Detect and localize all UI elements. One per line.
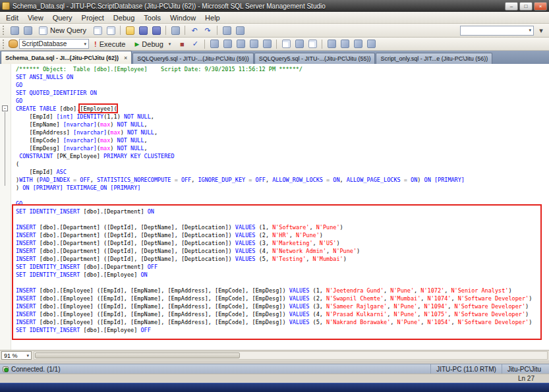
code-line: [EmpId] ASC xyxy=(16,168,532,176)
available-databases-icon xyxy=(9,40,18,48)
standard-toolbar: New Query ↶↷ ▾ ▾ xyxy=(0,24,549,38)
print-icon[interactable] xyxy=(169,25,181,36)
tab-label: Script_only.sql - JIT...e (Jitu-PC\Jitu … xyxy=(380,55,488,62)
fold-region-line xyxy=(5,112,5,186)
document-tab[interactable]: Schema_Data.sql - JI...(Jitu-PC\Jitu (62… xyxy=(1,51,132,64)
code-line: GO xyxy=(16,81,532,89)
menu-bar: EditViewQueryProjectDebugToolsWindowHelp xyxy=(0,12,549,24)
toolbar-grip[interactable] xyxy=(3,40,5,49)
code-line: [EmpAddress] [nvarchar](max) NOT NULL, xyxy=(16,128,532,136)
cancel-query-icon[interactable]: ■ xyxy=(176,38,188,49)
toolbar-separator xyxy=(217,26,217,35)
combo-dropdown-icon: ▾ xyxy=(84,42,86,47)
available-databases-combo[interactable]: ScriptDatabase ▾ xyxy=(19,39,89,49)
tab-close-icon[interactable]: × xyxy=(124,55,127,61)
code-line: )WITH (PAD_INDEX = OFF, STATISTICS_NOREC… xyxy=(16,176,532,184)
main-status-bar: Ln 27 xyxy=(0,374,549,383)
tab-label: SQLQuery5.sql - JITU-...(Jitu-PC\Jitu (5… xyxy=(259,55,371,62)
menu-item-window[interactable]: Window xyxy=(165,13,200,23)
execute-icon: ! xyxy=(94,40,97,48)
zoom-value: 91 % xyxy=(4,352,18,359)
tab-label: Schema_Data.sql - JI...(Jitu-PC\Jitu (62… xyxy=(5,55,119,61)
toolbar-separator xyxy=(322,40,322,49)
close-button[interactable]: × xyxy=(534,2,547,11)
toolbar-separator xyxy=(276,40,277,49)
query-options-icon[interactable] xyxy=(221,38,233,49)
intellisense-enabled-icon[interactable] xyxy=(235,38,246,49)
results-to-file-icon[interactable] xyxy=(306,38,318,49)
redo-icon[interactable]: ↷ xyxy=(202,25,214,36)
tab-label: SQLQuery6.sql - JITU-...(Jitu-PC\Jitu (5… xyxy=(137,55,249,62)
maximize-button[interactable]: □ xyxy=(519,2,533,11)
decrease-indent-icon[interactable] xyxy=(352,38,364,49)
minimize-button[interactable]: – xyxy=(505,2,518,11)
connection-status-text: Connected. (1/1) xyxy=(11,366,61,373)
include-actual-plan-icon[interactable] xyxy=(248,38,260,49)
open-project-icon[interactable] xyxy=(22,25,34,36)
collapse-region-toggle[interactable]: - xyxy=(2,105,8,111)
new-query-label: New Query xyxy=(50,26,86,34)
debug-button[interactable]: ▶ Debug ▾ xyxy=(130,40,175,49)
analysis-services-query-icon[interactable] xyxy=(105,25,117,36)
scrollbar-thumb[interactable] xyxy=(35,352,240,358)
results-to-grid-icon[interactable] xyxy=(293,38,305,49)
menu-item-debug[interactable]: Debug xyxy=(109,13,139,23)
menu-item-tools[interactable]: Tools xyxy=(139,13,165,23)
server-name-panel: JITU-PC (11.0 RTM) xyxy=(430,364,502,374)
toolbar-separator xyxy=(204,40,205,49)
execute-button[interactable]: ! Execute xyxy=(90,40,129,49)
code-editor[interactable]: - /****** Object: Table [dbo].[Employee]… xyxy=(0,64,549,350)
database-engine-query-icon[interactable] xyxy=(92,25,103,36)
code-line: [EmpDesg] [nvarchar](max) NOT NULL, xyxy=(16,144,532,152)
toolbar-separator xyxy=(120,26,121,35)
debug-dropdown-icon: ▾ xyxy=(169,42,171,47)
parse-query-icon[interactable]: ✓ xyxy=(189,38,201,49)
include-client-statistics-icon[interactable] xyxy=(261,38,273,49)
query-status-bar: Connected. (1/1) JITU-PC (11.0 RTM) Jitu… xyxy=(0,364,549,374)
code-line: SET ANSI_NULLS ON xyxy=(16,73,532,81)
connection-status-icon xyxy=(3,366,9,372)
title-bar: Schema_Data.sql - JITU-PC.ScriptDatabase… xyxy=(0,0,549,12)
activity-monitor-icon[interactable] xyxy=(221,25,233,36)
menu-item-edit[interactable]: Edit xyxy=(1,13,23,23)
uncomment-selection-icon[interactable] xyxy=(339,38,351,49)
toolbar-options-icon[interactable]: ▾ xyxy=(535,25,547,36)
save-all-icon[interactable] xyxy=(150,25,162,36)
menu-item-query[interactable]: Query xyxy=(48,13,77,23)
document-tab[interactable]: SQLQuery5.sql - JITU-...(Jitu-PC\Jitu (5… xyxy=(254,53,376,64)
code-line: ) ON [PRIMARY] TEXTIMAGE_ON [PRIMARY] xyxy=(16,184,532,192)
increase-indent-icon[interactable] xyxy=(365,38,377,49)
undo-icon[interactable]: ↶ xyxy=(188,25,200,36)
windows-taskbar[interactable] xyxy=(0,383,549,392)
zoom-control[interactable]: 91 % ▾ xyxy=(1,351,32,360)
registered-servers-icon[interactable] xyxy=(234,25,246,36)
code-line: ( xyxy=(16,160,532,168)
toolbar-grip[interactable] xyxy=(3,26,5,35)
document-tab[interactable]: Script_only.sql - JIT...e (Jitu-PC\Jitu … xyxy=(376,53,492,64)
new-query-button[interactable]: New Query xyxy=(35,26,90,36)
menu-item-help[interactable]: Help xyxy=(200,13,225,23)
code-line: CONSTRAINT [PK_Employee] PRIMARY KEY CLU… xyxy=(16,152,532,160)
execute-label: Execute xyxy=(100,40,126,48)
open-file-icon[interactable] xyxy=(124,25,136,36)
results-to-text-icon[interactable] xyxy=(280,38,292,49)
line-indicator: Ln 27 xyxy=(518,375,535,382)
login-name-panel: Jitu-PC\Jitu xyxy=(502,364,546,374)
code-line: [EmpName] [nvarchar](max) NOT NULL, xyxy=(16,121,532,128)
document-tab[interactable]: SQLQuery6.sql - JITU-...(Jitu-PC\Jitu (5… xyxy=(132,53,254,64)
toolbar-combobox[interactable]: ▾ xyxy=(460,26,534,36)
toolbar-separator xyxy=(185,26,185,35)
debug-icon: ▶ xyxy=(134,41,139,47)
menu-item-project[interactable]: Project xyxy=(77,13,109,23)
display-estimated-plan-icon[interactable] xyxy=(208,38,220,49)
annotation-box-employee xyxy=(78,103,118,113)
menu-item-view[interactable]: View xyxy=(23,13,48,23)
window-title: Schema_Data.sql - JITU-PC.ScriptDatabase… xyxy=(13,3,505,10)
code-line: [EmpId] [int] IDENTITY(1,1) NOT NULL, xyxy=(16,113,532,121)
ssms-app-icon xyxy=(2,2,10,10)
zoom-dropdown-icon: ▾ xyxy=(26,353,29,358)
connect-icon[interactable] xyxy=(9,25,20,36)
horizontal-scrollbar[interactable] xyxy=(34,351,548,360)
comment-selection-icon[interactable] xyxy=(326,38,337,49)
save-icon[interactable] xyxy=(137,25,149,36)
